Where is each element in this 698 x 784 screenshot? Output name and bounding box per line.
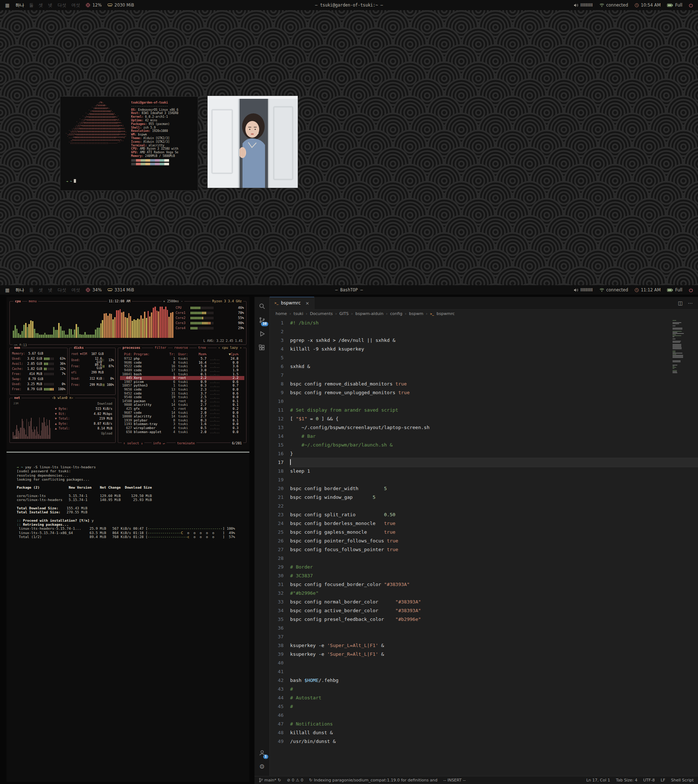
process-row[interactable]: 9540code19tsuki2.5⣀⣀⣄⣀⡀0.0 — [120, 395, 244, 399]
breadcrumb-item[interactable]: home — [276, 311, 287, 316]
monitor-1-desktop: ./o. ./sssso- `:osssssss+- `:+ssssssssss… — [0, 10, 698, 285]
process-row[interactable]: 9686code8tsuki16.4⣀⣀⣄⣀⡀0.0 — [120, 361, 244, 365]
image-viewer-window[interactable] — [207, 96, 298, 188]
tab-size[interactable]: Tab Size: 4 — [616, 778, 637, 782]
filter-control[interactable]: filter — [153, 346, 168, 350]
split-editor-icon[interactable]: ◫ — [678, 300, 683, 306]
tree-control[interactable]: tree — [197, 346, 208, 350]
spinner-icon: ↻ — [309, 778, 312, 782]
git-branch-item[interactable]: main* ↻ — [259, 778, 281, 782]
eol[interactable]: LF — [660, 778, 665, 782]
process-row[interactable]: 1193blueman-tray3tsuki1.6⣀⣀⣄⣀⡀0.0 — [120, 422, 244, 426]
workspace-item[interactable]: 여섯 — [71, 2, 80, 8]
code-content[interactable]: #! /bin/shpgrep -x sxhkd > /dev/null || … — [290, 318, 698, 776]
code-editor[interactable]: 1234567891011121314151617181920212223242… — [270, 318, 698, 776]
workspace-item[interactable]: 여섯 — [71, 287, 80, 293]
info-key-hint[interactable]: info ↵ — [152, 441, 167, 445]
workspace-item[interactable]: 셋 — [38, 2, 43, 8]
process-table-header[interactable]: Pid: Program: Tr: User: Mem% ▼Cpu% — [120, 352, 244, 357]
breadcrumb-item[interactable]: Documents — [310, 311, 333, 316]
process-row[interactable]: 9687code14tsuki2.0⣀⣀⣄⣀⡀0.0 — [120, 410, 244, 415]
power-button[interactable] — [689, 3, 693, 7]
volume-module[interactable]: IIIIIIIIII — [574, 287, 593, 292]
process-row[interactable]: 1939polybar8tsuki0.3⣀⣀⣄⣀⡀0.1 — [120, 418, 244, 423]
process-row[interactable]: 14508pacman1root0.2⣀⣀⣄⣀⡀0.1 — [120, 399, 244, 403]
refresh-interval-control[interactable]: + 2500ms - — [162, 299, 184, 304]
bashtop-menu-button[interactable]: menu — [27, 299, 38, 304]
workspace-item[interactable]: 다섯 — [58, 2, 66, 8]
breadcrumbs: home›tsuki›Documents›GITS›bspwm-alduin›c… — [270, 310, 698, 318]
extensions-icon[interactable] — [256, 342, 268, 354]
disks-box-title: disks — [73, 346, 85, 350]
indexing-status: ↻ Indexing paragonie/sodium_compat:1.19.… — [309, 778, 437, 782]
process-row[interactable]: 9452code31tsuki3.7⣀⣀⣄⣀⡀0.6 — [120, 391, 244, 395]
vscode-window[interactable]: 38 1 ⚙ — [254, 297, 698, 784]
reverse-control[interactable]: reverse — [173, 346, 190, 350]
network-module[interactable]: connected — [599, 3, 628, 8]
encoding[interactable]: UTF-8 — [643, 778, 655, 782]
apps-menu-icon[interactable]: ▦ — [5, 3, 10, 8]
yay-terminal-window[interactable]: → ~ yay -S linux-lts linux-lts-headers[s… — [7, 451, 249, 782]
process-page-indicator: 6/201 — [231, 441, 243, 445]
power-button[interactable] — [689, 288, 693, 292]
source-control-icon[interactable]: 38 — [256, 314, 268, 326]
tab-close-icon[interactable]: × — [305, 300, 309, 306]
endeavouros-ascii-logo: ./o. ./sssso- `:osssssss+- `:+ssssssssss… — [66, 101, 127, 165]
polybar-top: ▦ 하나둘셋넷다섯여섯 12% 2030 MiB — tsuki@garden-… — [0, 0, 698, 10]
process-row[interactable]: 9888alacritty14tsuki2.7⣀⣀⣄⣀⡀0.1 — [120, 403, 244, 407]
net-device-label[interactable]: ‹b wlan0 n› — [50, 395, 75, 400]
process-row[interactable]: 10857python31tsuki0.3⣀⣀⣄⣀⡀0.7 — [120, 384, 244, 388]
workspace-item[interactable]: 둘 — [29, 2, 33, 8]
dual-monitor-desktop: ▦ 하나둘셋넷다섯여섯 12% 2030 MiB — tsuki@garden-… — [0, 0, 698, 784]
process-row[interactable]: 627wireplumber4tsuki0.5⣀⣀⣄⣀⡀0.3 — [120, 426, 244, 430]
process-row[interactable]: 10041bash1tsuki0.1⣀⣀⣄⣀⡀1.5 — [120, 372, 244, 376]
process-row[interactable]: 650blueman-applet4tsuki2.0⣀⣀⣄⣀⡀0.0 — [120, 430, 244, 434]
problems-item[interactable]: ⊘ 0 ⚠ 0 — [287, 778, 303, 782]
process-row[interactable]: 425gfx1root0.0⣀⣀⣄⣀⡀0.2 — [120, 407, 244, 411]
workspace-item[interactable]: 넷 — [48, 2, 52, 8]
breadcrumb-item[interactable]: bspwm — [409, 311, 423, 316]
battery-module: Full — [667, 3, 682, 8]
workspace-item[interactable]: 넷 — [48, 287, 52, 293]
language-mode[interactable]: Shell Script — [671, 778, 694, 782]
process-row[interactable]: 9650code13tsuki2.3⣀⣀⣄⣀⡀0.0 — [120, 388, 244, 392]
shell-prompt[interactable]: → ~ — [66, 179, 76, 183]
sort-control[interactable]: ‹ cpu lazy › — [217, 346, 243, 350]
select-keys-hint[interactable]: ↑ select ↓ — [122, 441, 144, 445]
workspace-item[interactable]: 하나 — [15, 2, 24, 8]
search-icon[interactable] — [256, 300, 268, 312]
polybar-bottom: ▦ 하나둘셋넷다섯여섯 34% 3314 MiB — BashTOP — III… — [0, 285, 698, 295]
breadcrumb-item[interactable]: bspwmrc — [437, 311, 455, 316]
network-module[interactable]: connected — [599, 287, 628, 292]
workspace-item[interactable]: 다섯 — [58, 287, 66, 293]
workspace-item[interactable]: 셋 — [38, 287, 43, 293]
minimap[interactable] — [673, 320, 693, 373]
activity-bar: 38 1 ⚙ — [254, 297, 270, 776]
breadcrumb-item[interactable]: tsuki — [294, 311, 303, 316]
volume-module[interactable]: IIIIIIIIII — [574, 3, 593, 8]
process-row[interactable]: 9522code16tsuki5.8⣀⣀⣄⣀⡀3.6 — [120, 364, 244, 368]
settings-gear-icon[interactable]: ⚙ — [256, 761, 268, 772]
bashtop-disks-box: disks root ▼45M107 GiBUsed:12.6 GiB13%Fr… — [69, 348, 116, 395]
cursor-position[interactable]: Ln 17, Col 1 — [586, 778, 611, 782]
bashtop-window[interactable]: cpu menu 11:12:08 AM + 2500ms - Ryzen 3 … — [7, 297, 249, 450]
breadcrumb-item[interactable]: GITS — [340, 311, 349, 316]
workspace-item[interactable]: 하나 — [15, 287, 24, 293]
process-row[interactable]: 9712php1tsuki5.7⣀⣀⣄⣀⡀24.8 — [120, 357, 244, 361]
neofetch-terminal-window[interactable]: ./o. ./sssso- `:osssssss+- `:+ssssssssss… — [60, 96, 198, 191]
process-row[interactable]: 1987picom6tsuki0.9⣀⣀⣄⣀⡀0.6 — [120, 380, 244, 384]
more-actions-icon[interactable]: ⋯ — [688, 300, 693, 306]
process-row[interactable]: 10000alacritty14tsuki2.7⣀⣀⣄⣀⡀0.1 — [120, 415, 244, 418]
account-icon[interactable]: 1 — [256, 747, 268, 759]
sync-icon[interactable]: ↻ — [278, 778, 281, 782]
process-row[interactable]: 445Xorg0root2.2⣀⣀⣄⣀⡀2.2 — [120, 376, 244, 380]
breadcrumb-item[interactable]: bspwm-alduin — [355, 311, 383, 316]
apps-menu-icon[interactable]: ▦ — [5, 287, 10, 293]
mem-box-title: mem — [13, 346, 21, 350]
process-row[interactable]: 9489code17tsuki3.0⣀⣀⣄⣀⡀1.9 — [120, 368, 244, 372]
breadcrumb-item[interactable]: config — [390, 311, 403, 316]
tab-bspwmrc[interactable]: >_ bspwmrc × — [270, 297, 314, 309]
terminate-key-hint[interactable]: terminate — [176, 441, 196, 445]
workspace-item[interactable]: 둘 — [29, 287, 33, 293]
run-debug-icon[interactable] — [256, 328, 268, 340]
